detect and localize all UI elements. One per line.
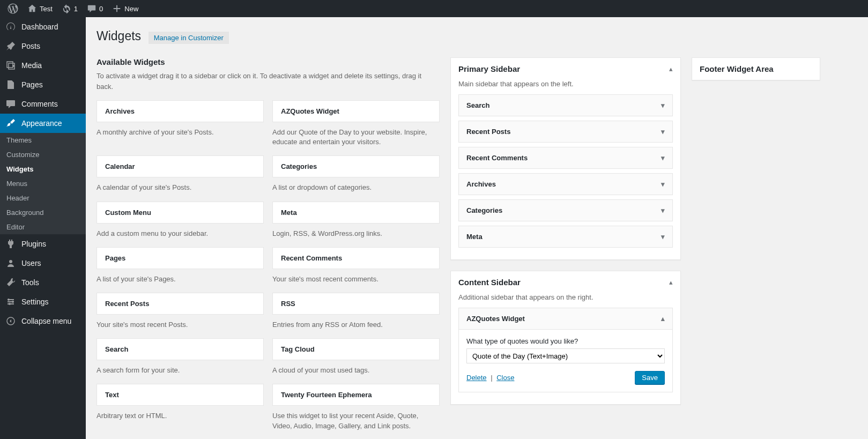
available-widget: RSSEntries from any RSS or Atom feed.	[272, 293, 440, 330]
menu-comments-label: Comments	[21, 100, 58, 108]
new-content[interactable]: New	[107, 0, 143, 17]
available-widget-title[interactable]: Recent Posts	[97, 293, 264, 315]
available-widget-title[interactable]: Pages	[97, 247, 264, 269]
submenu-themes[interactable]: Themes	[0, 133, 86, 147]
azquotes-widget-title: AZQuotes Widget	[466, 315, 525, 323]
available-widget: AZQuotes WidgetAdd our Quote of the Day …	[272, 100, 440, 147]
available-widget-desc: Your site's most recent Posts.	[97, 315, 264, 330]
available-widget-title[interactable]: RSS	[272, 293, 440, 315]
svg-point-4	[9, 303, 11, 305]
widget-item-toggle[interactable]: Recent Posts▾	[459, 121, 672, 142]
chevron-down-icon: ▾	[661, 180, 665, 188]
available-widget: MetaLogin, RSS, & WordPress.org links.	[272, 202, 440, 239]
available-widget-title[interactable]: Calendar	[97, 155, 264, 177]
available-widgets-panel: Available Widgets To activate a widget d…	[97, 57, 440, 431]
widget-item-toggle[interactable]: Archives▾	[459, 174, 672, 195]
content-sidebar-toggle[interactable]: Content Sidebar ▴	[451, 271, 680, 293]
footer-area-toggle[interactable]: Footer Widget Area	[692, 58, 820, 80]
primary-sidebar-title: Primary Sidebar	[458, 64, 520, 73]
widget-item-toggle[interactable]: Categories▾	[459, 200, 672, 221]
chevron-down-icon: ▾	[661, 206, 665, 214]
updates[interactable]: 1	[57, 0, 82, 17]
menu-settings[interactable]: Settings	[0, 292, 86, 311]
submenu-customize[interactable]: Customize	[0, 147, 86, 162]
pin-icon	[5, 41, 16, 51]
available-widget-title[interactable]: AZQuotes Widget	[272, 100, 440, 122]
available-widget-title[interactable]: Categories	[272, 155, 440, 177]
menu-posts-label: Posts	[21, 42, 40, 50]
menu-dashboard-label: Dashboard	[21, 23, 58, 31]
menu-posts[interactable]: Posts	[0, 36, 86, 56]
submenu-widgets[interactable]: Widgets	[0, 162, 86, 176]
available-widget: TextArbitrary text or HTML.	[97, 384, 264, 430]
available-widget-desc: Add our Quote of the Day to your website…	[272, 122, 440, 147]
menu-plugins[interactable]: Plugins	[0, 234, 86, 254]
available-widget-desc: Entries from any RSS or Atom feed.	[272, 315, 440, 330]
manage-in-customizer-button[interactable]: Manage in Customizer	[149, 32, 229, 44]
menu-users-label: Users	[21, 259, 41, 267]
menu-dashboard[interactable]: Dashboard	[0, 17, 86, 36]
azquotes-widget-toggle[interactable]: AZQuotes Widget ▴	[459, 308, 672, 329]
menu-tools-label: Tools	[21, 278, 39, 287]
menu-appearance[interactable]: Appearance	[0, 114, 86, 133]
wordpress-icon	[8, 3, 18, 14]
home-icon	[27, 3, 38, 14]
available-widget-title[interactable]: Custom Menu	[97, 202, 264, 224]
admin-menu: Dashboard Posts Media Pages Comments App…	[0, 17, 86, 439]
menu-appearance-label: Appearance	[21, 119, 62, 128]
primary-sidebar-toggle[interactable]: Primary Sidebar ▴	[451, 58, 680, 80]
widget-item: Meta▾	[458, 226, 673, 248]
delete-link[interactable]: Delete	[466, 374, 487, 382]
widget-item-toggle[interactable]: Meta▾	[459, 226, 672, 247]
menu-settings-label: Settings	[21, 297, 49, 306]
quote-type-select[interactable]: Quote of the Day (Text+Image)	[466, 348, 665, 363]
comment-icon	[86, 3, 97, 14]
close-link[interactable]: Close	[496, 374, 514, 382]
menu-pages[interactable]: Pages	[0, 75, 86, 94]
users-icon	[5, 258, 16, 269]
widget-item-title: Recent Comments	[466, 154, 528, 162]
menu-media-label: Media	[21, 61, 42, 70]
available-widget-title[interactable]: Recent Comments	[272, 247, 440, 269]
wp-logo[interactable]	[3, 0, 23, 17]
widget-item: Recent Comments▾	[458, 147, 673, 169]
menu-users[interactable]: Users	[0, 254, 86, 273]
azquotes-widget-item: AZQuotes Widget ▴ What type of quotes wo…	[458, 308, 673, 392]
available-widget-desc: Use this widget to list your recent Asid…	[272, 406, 440, 430]
separator: |	[491, 374, 492, 382]
available-widget: PagesA list of your site's Pages.	[97, 247, 264, 284]
widget-item-toggle[interactable]: Search▾	[459, 95, 672, 116]
submenu-background[interactable]: Background	[0, 205, 86, 220]
widget-item-title: Recent Posts	[466, 128, 510, 136]
available-widget-title[interactable]: Text	[97, 384, 264, 406]
submenu-header[interactable]: Header	[0, 191, 86, 205]
available-widget-title[interactable]: Tag Cloud	[272, 338, 440, 360]
available-widget-title[interactable]: Twenty Fourteen Ephemera	[272, 384, 440, 406]
menu-media[interactable]: Media	[0, 56, 86, 75]
available-widget-title[interactable]: Archives	[97, 100, 264, 122]
submenu-editor[interactable]: Editor	[0, 220, 86, 234]
available-widget-title[interactable]: Search	[97, 338, 264, 360]
content-sidebar-desc: Additional sidebar that appears on the r…	[451, 293, 680, 308]
primary-sidebar-area: Primary Sidebar ▴ Main sidebar that appe…	[450, 57, 681, 260]
svg-point-2	[8, 299, 10, 301]
collapse-icon	[5, 316, 16, 326]
footer-widget-area: Footer Widget Area	[692, 57, 820, 80]
submenu-menus[interactable]: Menus	[0, 176, 86, 191]
chevron-down-icon: ▾	[661, 128, 665, 136]
available-widget-desc: A monthly archive of your site's Posts.	[97, 122, 264, 137]
updates-count: 1	[74, 5, 78, 13]
chevron-down-icon: ▾	[661, 233, 665, 241]
collapse-menu[interactable]: Collapse menu	[0, 311, 86, 331]
menu-pages-label: Pages	[21, 80, 43, 89]
widget-item-title: Archives	[466, 180, 496, 188]
available-widget-title[interactable]: Meta	[272, 202, 440, 224]
widget-item-toggle[interactable]: Recent Comments▾	[459, 147, 672, 168]
available-widget-desc: A search form for your site.	[97, 360, 264, 375]
site-name[interactable]: Test	[23, 0, 57, 17]
comments[interactable]: 0	[82, 0, 107, 17]
collapse-label: Collapse menu	[21, 317, 71, 325]
menu-comments[interactable]: Comments	[0, 94, 86, 114]
save-button[interactable]: Save	[635, 371, 665, 384]
menu-tools[interactable]: Tools	[0, 273, 86, 292]
